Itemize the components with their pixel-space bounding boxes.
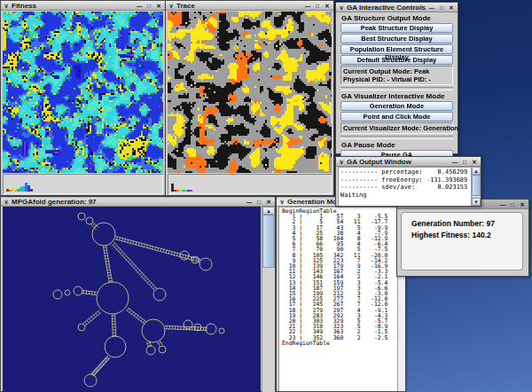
rna-structure-view[interactable] [3, 207, 261, 392]
generation-mode-button[interactable]: Generation Mode [340, 101, 453, 111]
region-table-panel: BeginRegionTable 1 ) 1 57 3 -5.5 2 ) 5 5… [278, 207, 397, 391]
point-and-click-mode-button[interactable]: Point and Click Mode [340, 112, 453, 122]
controls-title: GA Interactive Controls [347, 4, 427, 12]
close-icon[interactable]: ✕ [323, 2, 332, 10]
highest-fitness-text: Highest Fitness: 140.2 [411, 230, 522, 241]
window-menu-icon[interactable]: ∨ [278, 198, 286, 206]
window-ga-statistics: — □ ✕ Generation Number: 97 Highest Fitn… [396, 199, 529, 277]
trace-titlebar[interactable]: ∨ Trace — □ ✕ [166, 1, 333, 11]
trace-title: Trace [176, 2, 303, 10]
minimize-icon[interactable]: — [245, 198, 254, 206]
region-table-text: BeginRegionTable 1 ) 1 57 3 -5.5 2 ) 5 5… [282, 208, 397, 346]
ga-structure-output-mode-label: GA Structure Output Mode [341, 14, 453, 22]
window-fitness: ∨ Fitness — □ ✕ [0, 0, 166, 196]
window-menu-icon[interactable]: ∨ [168, 2, 175, 10]
window-menu-icon[interactable]: ∨ [3, 2, 10, 10]
rna-structure-drawing [3, 207, 261, 392]
section-separator [340, 87, 453, 90]
output-text-panel: ---------- percentage: 0.456299 --------… [338, 167, 471, 206]
maximize-icon[interactable]: □ [508, 200, 517, 208]
fitness-titlebar[interactable]: ∨ Fitness — □ ✕ [1, 1, 165, 11]
population-element-structure-display-button[interactable]: Population Element Structure Display [340, 44, 453, 54]
window-menu-icon[interactable]: ∨ [338, 4, 345, 12]
window-menu-icon[interactable]: ∨ [3, 198, 10, 206]
status-text: Current Visualizer Mode: Generation [340, 122, 453, 134]
ga-visualizer-interactive-mode-label: GA Visualizer Interactive Mode [341, 92, 453, 100]
window-menu-icon[interactable]: ∨ [338, 158, 345, 166]
maximize-icon[interactable]: □ [254, 198, 263, 206]
close-icon[interactable]: ✕ [518, 200, 527, 208]
fitness-heatmap[interactable] [3, 12, 163, 173]
visualizer-mode-section: GA Visualizer Interactive ModeGeneration… [340, 92, 453, 134]
mpgafold-vertical-scrollbar[interactable]: ▲ [262, 207, 275, 392]
scroll-down-icon[interactable]: ▼ [472, 198, 481, 206]
legend-color-bar [30, 189, 33, 192]
output-title: GA Output Window [347, 158, 450, 166]
minimize-icon[interactable]: — [450, 158, 459, 166]
window-generation-monitor: ∨ Generation Mo — □ ✕ BeginRegionTable 1… [276, 196, 405, 392]
scrollbar-thumb[interactable] [262, 215, 275, 268]
fitness-title: Fitness [12, 2, 135, 10]
output-vertical-scrollbar[interactable]: ▲ ▼ [471, 167, 481, 206]
trace-color-histogram [171, 184, 192, 192]
window-ga-interactive-controls: ∨ GA Interactive Controls — □ ✕ GA Struc… [335, 2, 458, 154]
window-ga-output: ∨ GA Output Window — □ ✕ ---------- perc… [335, 156, 481, 207]
default-structure-display-button[interactable]: Default Structure Display [340, 55, 453, 65]
minimize-icon[interactable]: — [427, 4, 436, 12]
maximize-icon[interactable]: □ [145, 2, 153, 10]
close-icon[interactable]: ✕ [447, 4, 456, 12]
close-icon[interactable]: ✕ [470, 158, 479, 166]
fitness-color-histogram [6, 183, 33, 192]
output-titlebar[interactable]: ∨ GA Output Window — □ ✕ [336, 157, 481, 167]
controls-panel: GA Structure Output ModePeak Structure D… [338, 12, 456, 152]
minimize-icon[interactable]: — [303, 2, 312, 10]
generation-number-text: Generation Number: 97 [411, 218, 522, 230]
mpgafold-titlebar[interactable]: ∨ MPGAfold generation: 97 — □ ✕ [1, 197, 275, 207]
minimize-icon[interactable]: — [498, 200, 507, 208]
scrollbar-thumb[interactable] [472, 175, 481, 196]
section-separator [340, 136, 453, 139]
ga-pause-mode-label: GA Pause Mode [341, 141, 453, 149]
minimize-icon[interactable]: — [135, 2, 144, 10]
output-text: ---------- percentage: 0.456299 --------… [340, 169, 471, 199]
window-trace: ∨ Trace — □ ✕ [165, 0, 334, 196]
close-icon[interactable]: ✕ [154, 2, 163, 10]
structure-output-section: GA Structure Output ModePeak Structure D… [340, 14, 453, 85]
close-icon[interactable]: ✕ [264, 198, 273, 206]
maximize-icon[interactable]: □ [437, 4, 446, 12]
stats-panel: Generation Number: 97 Highest Fitness: 1… [401, 212, 523, 270]
peak-structure-display-button[interactable]: Peak Structure Display [340, 23, 453, 33]
controls-titlebar[interactable]: ∨ GA Interactive Controls — □ ✕ [336, 3, 458, 12]
fitness-legend-panel [3, 174, 163, 194]
maximize-icon[interactable]: □ [313, 2, 322, 10]
status-text: Current Output Mode: Peak Physical PID: … [340, 66, 453, 85]
desktop: ∨ MPGAfold generation: 97 — □ ✕ ▲ ∨ Gene… [0, 0, 532, 392]
trace-legend-panel [168, 174, 332, 194]
mpgafold-title: MPGAfold generation: 97 [12, 198, 245, 206]
trace-heatmap[interactable] [168, 12, 332, 173]
scroll-up-icon[interactable]: ▲ [472, 167, 481, 175]
maximize-icon[interactable]: □ [460, 158, 469, 166]
window-mpgafold: ∨ MPGAfold generation: 97 — □ ✕ ▲ [0, 196, 276, 392]
scroll-up-icon[interactable]: ▲ [262, 207, 275, 215]
legend-color-bar [190, 190, 192, 192]
best-structure-display-button[interactable]: Best Structure Display [340, 34, 453, 43]
